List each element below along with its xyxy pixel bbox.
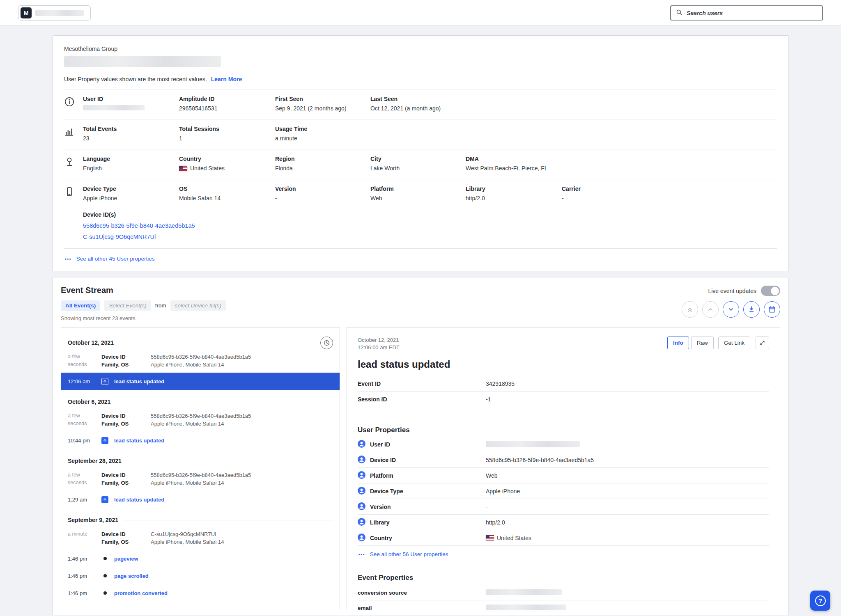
event-row[interactable]: 1:46 pm page scrolled — [61, 567, 340, 584]
see-all-detail-properties-link[interactable]: ••• See all other 56 User properties — [358, 551, 448, 557]
property-value: - — [562, 195, 777, 202]
context-label: Family, OS — [101, 420, 146, 428]
event-date: October 6, 2021 — [68, 398, 110, 405]
property-label: DMA — [466, 156, 562, 162]
group-label: Mesothelioma Group — [64, 46, 777, 52]
property-label: City — [370, 156, 466, 162]
detail-date: October 12, 2021 — [358, 337, 400, 344]
property-label: Last Seen — [370, 96, 466, 102]
filter-select-events[interactable]: Select Event(s) — [104, 300, 151, 311]
see-all-user-properties-link[interactable]: ••• See all other 45 User properties — [65, 256, 154, 262]
learn-more-link[interactable]: Learn More — [211, 76, 242, 82]
redacted-user-name — [64, 56, 221, 67]
property-cell: DMA West Palm Beach-Ft. Pierce, FL — [466, 156, 562, 172]
event-time: 1:46 pm — [68, 573, 97, 579]
property-value: http/2.0 — [486, 519, 769, 526]
time-machine-button[interactable] — [320, 337, 333, 349]
divider — [116, 402, 333, 402]
toggle-knob — [771, 287, 779, 295]
property-label: Total Events — [83, 126, 179, 132]
property-cell: Device Type Apple iPhone — [83, 185, 179, 202]
event-name: promotion converted — [114, 590, 168, 596]
see-all-row: ••• See all other 56 User properties — [358, 546, 769, 557]
device-row: Device Type Apple iPhone OS Mobile Safar… — [64, 179, 777, 209]
event-row[interactable]: 1:46 pm pageview — [61, 550, 340, 567]
event-row[interactable]: 1:29 am lead status updated — [61, 491, 340, 508]
workspace-logo: M — [21, 7, 32, 18]
event-context: a few seconds Device ID Family, OS 558d6… — [61, 352, 340, 373]
event-row[interactable]: 1:46 pm promotion converted — [61, 584, 340, 602]
property-value: Mobile Safari 14 — [179, 195, 275, 202]
meta-label: Event ID — [358, 380, 486, 387]
user-property-icon — [358, 502, 370, 511]
device-ids-block: Device ID(s) 558d6c95-b326-5f9e-b840-4ae… — [64, 209, 777, 248]
ellipsis-icon: ••• — [358, 552, 365, 557]
property-value: Oct 12, 2021 (a month ago) — [370, 105, 466, 112]
activity-row: Total Events 23 Total Sessions 1 Usage T… — [64, 119, 777, 149]
property-value: a minute — [275, 135, 370, 142]
context-value: 558d6c95-b326-5f9e-b840-4ae3aed5b1a5 — [151, 471, 333, 479]
divider — [127, 461, 333, 461]
help-button[interactable]: ? — [810, 591, 830, 611]
us-flag-icon — [179, 166, 187, 171]
event-row-selected[interactable]: 12:06 am lead status updated — [61, 373, 340, 390]
property-row: Version - — [358, 499, 769, 515]
meta-row: Session ID -1 — [358, 392, 769, 407]
live-updates-label: Live event updates — [708, 288, 756, 294]
ellipsis-icon: ••• — [65, 256, 71, 261]
property-value: Apple iPhone — [83, 195, 179, 202]
user-property-icon — [358, 487, 370, 496]
meta-row: Event ID 342918935 — [358, 376, 769, 392]
property-row: User ID — [358, 437, 769, 452]
event-time-ago: a few seconds — [68, 471, 97, 487]
location-icon — [64, 156, 83, 172]
raw-tab-button[interactable]: Raw — [691, 337, 714, 349]
event-time: 1:46 pm — [68, 556, 97, 562]
event-date: October 12, 2021 — [68, 339, 114, 346]
property-label: First Seen — [275, 96, 370, 102]
expand-button[interactable] — [756, 337, 769, 349]
user-property-icon — [358, 534, 370, 543]
event-name: lead status updated — [114, 378, 164, 385]
filter-all-events[interactable]: All Event(s) — [61, 300, 100, 311]
get-link-button[interactable]: Get Link — [718, 337, 750, 349]
device-id-link[interactable]: C-su1Ujcsg-9O6qcMNR7Ul — [83, 234, 777, 240]
date-row: September 28, 2021 — [61, 449, 340, 470]
property-label: Library — [370, 519, 486, 526]
context-value: Apple iPhone, Mobile Safari 14 — [151, 479, 333, 487]
event-group: September 28, 2021 a few seconds Device … — [61, 449, 340, 508]
user-property-icon — [358, 471, 370, 480]
context-label: Device ID — [101, 412, 146, 420]
info-tab-button[interactable]: Info — [667, 337, 689, 349]
property-value: 296585416531 — [179, 105, 275, 112]
property-cell: Region Florida — [275, 156, 370, 172]
event-properties-section: Event Properties conversion source email — [358, 574, 769, 610]
device-id-link[interactable]: 558d6c95-b326-5f9e-b840-4ae3aed5b1a5 — [83, 222, 777, 229]
detail-actions: Info Raw Get Link — [667, 337, 769, 349]
calendar-button[interactable] — [764, 301, 780, 318]
property-label: Version — [370, 504, 486, 510]
timeline-dot-icon — [101, 567, 108, 584]
property-value: Sep 9, 2021 (2 months ago) — [275, 105, 370, 112]
property-label: Country — [370, 535, 486, 541]
property-label: Total Sessions — [179, 126, 275, 132]
event-time-ago: a minute — [68, 530, 97, 546]
property-value: - — [275, 195, 370, 202]
search-input[interactable] — [687, 10, 818, 16]
filter-select-device-ids[interactable]: select Device ID(s) — [170, 300, 226, 311]
timeline-dot-icon — [101, 550, 108, 567]
workspace-switcher[interactable]: M — [18, 5, 91, 21]
context-label: Device ID — [101, 471, 146, 479]
previous-event-button[interactable] — [702, 301, 719, 318]
timeline-dot-icon — [101, 584, 108, 602]
property-row: email — [358, 600, 769, 610]
redacted-value — [486, 441, 580, 447]
scroll-to-top-button[interactable] — [682, 301, 698, 318]
next-event-button[interactable] — [723, 301, 739, 318]
scroll-to-bottom-button[interactable] — [743, 301, 760, 318]
context-value: Apple iPhone, Mobile Safari 14 — [151, 538, 333, 546]
showing-count-text: Showing most recent 23 events. — [61, 315, 780, 321]
event-row[interactable]: 10:44 pm lead status updated — [61, 432, 340, 449]
live-updates-toggle[interactable] — [761, 286, 780, 296]
context-label: Family, OS — [101, 479, 146, 487]
